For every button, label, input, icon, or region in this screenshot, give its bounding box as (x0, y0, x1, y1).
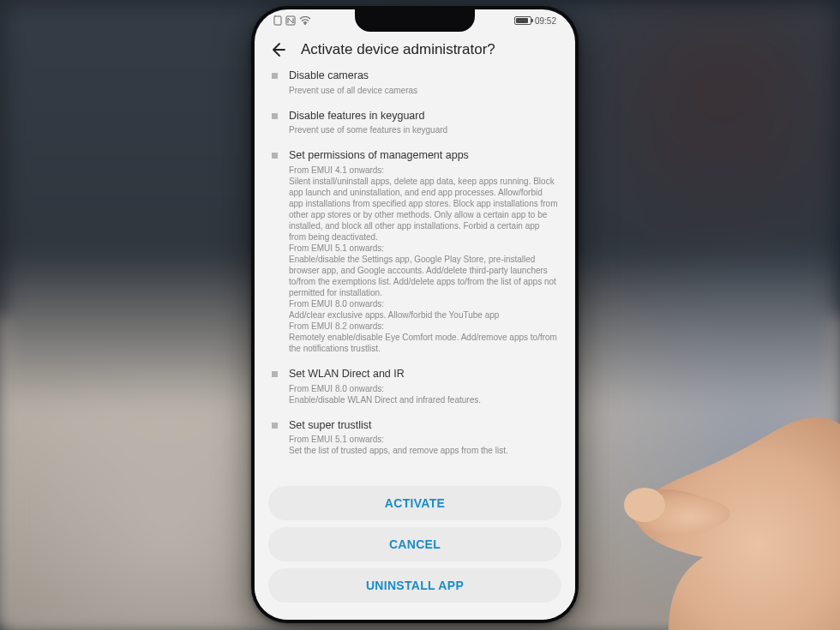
bullet-icon (272, 423, 278, 429)
bullet-icon (272, 113, 278, 119)
bullet-icon (272, 73, 278, 79)
page-header: Activate device administrator? (255, 32, 575, 69)
status-time: 09:52 (535, 16, 556, 26)
phone-notch (355, 9, 475, 32)
svg-point-3 (624, 488, 665, 522)
svg-rect-0 (274, 16, 281, 25)
bullet-icon (272, 371, 278, 377)
battery-icon (514, 16, 531, 25)
permission-title: Set permissions of management apps (289, 149, 558, 163)
hand-overlay (446, 321, 840, 630)
back-arrow-icon (269, 41, 286, 58)
page-title: Activate device administrator? (301, 41, 495, 58)
list-item: Disable cameras Prevent use of all devic… (289, 69, 558, 96)
nfc-icon (285, 15, 296, 26)
permission-title: Disable features in keyguard (289, 110, 558, 123)
list-item: Disable features in keyguard Prevent use… (289, 110, 558, 136)
back-button[interactable] (268, 40, 287, 59)
svg-point-2 (304, 23, 306, 25)
sim-icon (273, 15, 282, 26)
bullet-icon (272, 153, 278, 159)
wifi-icon (299, 16, 311, 25)
permission-title: Disable cameras (289, 69, 558, 83)
permission-desc: Prevent use of all device cameras (289, 85, 558, 96)
permission-desc: Prevent use of some features in keyguard (289, 124, 558, 135)
